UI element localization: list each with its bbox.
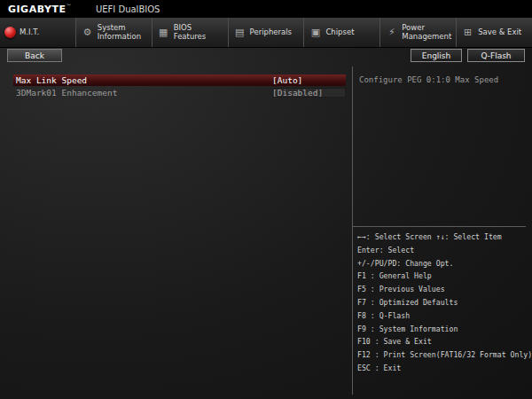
key-hint: +/-/PU/PD: Change Opt. [357, 257, 529, 270]
tab-system-information[interactable]: ⚙ System Information [76, 18, 153, 47]
key-hint: F10 : Save & Exit [357, 335, 529, 348]
peripherals-icon: ▤ [233, 27, 246, 37]
panel-divider-vertical [352, 66, 353, 395]
key-hint: F5 : Previous Values [357, 283, 529, 296]
key-hint: F9 : System Information [357, 323, 529, 336]
gear-icon: ⚙ [81, 27, 94, 37]
qflash-button[interactable]: Q-Flash [467, 49, 525, 62]
key-hint: F1 : General Help [357, 270, 529, 283]
save-exit-icon: ⊞ [461, 27, 474, 37]
back-button[interactable]: Back [7, 49, 62, 62]
key-legend: ←→: Select Screen ↑↓: Select ItemEnter: … [357, 231, 529, 375]
setting-value[interactable]: [Auto] [272, 75, 346, 85]
chipset-icon: ▣ [309, 27, 322, 37]
setting-label: 3DMark01 Enhancement [13, 88, 272, 98]
key-hint: F12 : Print Screen(FAT16/32 Format Only) [357, 348, 529, 362]
tab-m-i-t[interactable]: M.I.T. [0, 18, 76, 47]
settings-list: Max Link Speed [Auto] 3DMark01 Enhanceme… [13, 74, 346, 99]
tab-bios-features[interactable]: ▦ BIOS Features [153, 18, 229, 47]
key-hint: F7 : Optimized Defaults [357, 296, 529, 309]
trademark-mark: ™ [66, 3, 72, 9]
title-bar: GIGABYTE™ UEFI DualBIOS [0, 0, 532, 18]
chip-icon: ▦ [157, 27, 170, 37]
tab-peripherals[interactable]: ▤ Peripherals [229, 18, 305, 47]
key-hint: ←→: Select Screen ↑↓: Select Item [357, 231, 529, 244]
panel-divider-horizontal [352, 226, 526, 227]
tab-chipset[interactable]: ▣ Chipset [304, 18, 380, 47]
tab-save-exit[interactable]: ⊞ Save & Exit [457, 18, 532, 47]
key-hint: ESC : Exit [357, 362, 529, 375]
bios-title: UEFI DualBIOS [96, 4, 160, 14]
power-icon: ⚡ [385, 27, 398, 37]
setting-label: Max Link Speed [13, 75, 272, 85]
key-hint: F8 : Q-Flash [357, 309, 529, 323]
language-button[interactable]: English [411, 49, 462, 62]
setting-row-max-link-speed[interactable]: Max Link Speed [Auto] [13, 74, 346, 86]
help-description: Configure PEG 0:1:0 Max Speed [359, 74, 523, 85]
gigabyte-logo: GIGABYTE™ [8, 3, 72, 15]
mit-icon [4, 27, 16, 38]
setting-row-3dmark01-enhancement[interactable]: 3DMark01 Enhancement [Disabled] [13, 87, 346, 98]
setting-value[interactable]: [Disabled] [272, 88, 346, 98]
tab-power-management[interactable]: ⚡ Power Management [380, 18, 457, 47]
key-hint: Enter: Select [357, 244, 529, 257]
tab-bar: M.I.T. ⚙ System Information ▦ BIOS Featu… [0, 18, 532, 48]
